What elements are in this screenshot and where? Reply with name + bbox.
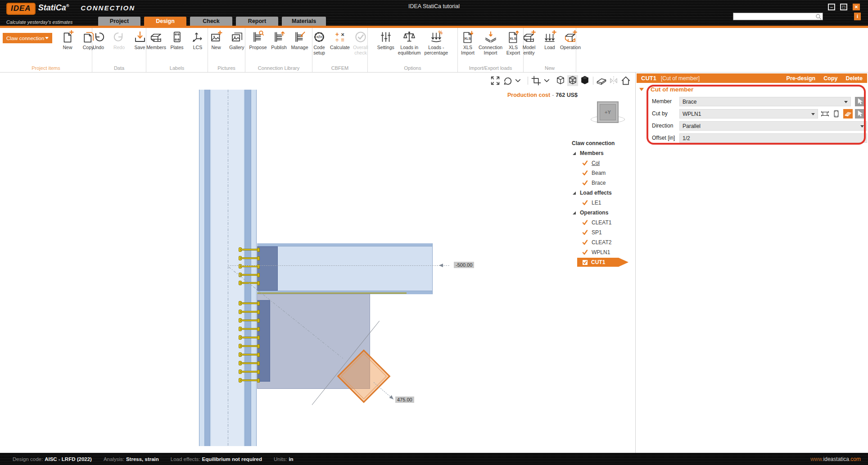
bolt[interactable] xyxy=(239,326,261,332)
plate-active-button[interactable] xyxy=(843,109,853,119)
dropdown-caret-icon[interactable] xyxy=(811,113,815,115)
tab-design[interactable]: Design xyxy=(144,17,186,26)
member-section-button[interactable] xyxy=(820,109,830,119)
search-box[interactable] xyxy=(733,13,823,20)
bolt[interactable] xyxy=(239,369,261,375)
bolt[interactable] xyxy=(239,317,261,324)
maximize-button[interactable]: □ xyxy=(840,4,847,10)
check-icon[interactable] xyxy=(582,240,588,245)
bolt[interactable] xyxy=(239,377,261,383)
tab-check[interactable]: Check xyxy=(190,17,232,26)
clip-plane-icon[interactable] xyxy=(596,75,607,86)
select-in-scene-button[interactable] xyxy=(855,97,864,106)
ribbon-item-loads-percentage[interactable]: %Loads - percentage xyxy=(423,30,450,55)
info-button[interactable]: i xyxy=(854,13,861,20)
bolt[interactable] xyxy=(239,360,261,366)
website-link[interactable]: www.ideastatica.com xyxy=(810,453,861,465)
tree-item-brace[interactable]: Brace xyxy=(570,178,635,188)
beam-member[interactable] xyxy=(257,243,433,294)
check-icon[interactable] xyxy=(582,230,588,235)
ribbon-item-loads-in-equilibrium[interactable]: Loads in equilibrium xyxy=(397,30,422,55)
ribbon-item-model-entity[interactable]: Model entity xyxy=(519,30,539,55)
direction-dropdown[interactable]: Parallel xyxy=(679,121,867,131)
bolt[interactable] xyxy=(239,272,261,278)
ribbon-item-lcs[interactable]: LCS xyxy=(188,30,208,50)
bolt[interactable] xyxy=(239,280,261,286)
rotate-icon[interactable] xyxy=(502,75,513,86)
tree-selected-banner[interactable]: CUT1 xyxy=(577,258,628,267)
ribbon-item-members[interactable]: Members xyxy=(146,30,166,50)
tree-item-cut1[interactable]: CUT1 xyxy=(570,257,635,267)
expand-icon[interactable] xyxy=(490,75,501,86)
tree-root[interactable]: Claw connection xyxy=(570,138,635,148)
chevron-icon[interactable] xyxy=(543,75,554,86)
ribbon-item-connection-import[interactable]: Connection Import xyxy=(479,30,502,55)
tree-group-members[interactable]: Members xyxy=(570,148,635,158)
ribbon-item-undo[interactable]: Undo xyxy=(89,30,108,50)
offset-in--input[interactable]: 1/2 xyxy=(679,133,867,143)
close-button[interactable]: ✕ xyxy=(853,4,860,10)
bolt[interactable] xyxy=(239,351,261,358)
ribbon-item-xls-import[interactable]: XLSXLS Import xyxy=(458,30,478,55)
bolt[interactable] xyxy=(239,300,261,306)
dropdown-caret-icon[interactable] xyxy=(844,101,848,103)
cube-wire-icon[interactable] xyxy=(555,75,566,86)
bolt[interactable] xyxy=(239,309,261,315)
copy-operation-button[interactable]: Copy xyxy=(823,75,837,82)
expander-triangle-icon[interactable] xyxy=(573,211,576,214)
tab-materials[interactable]: Materials xyxy=(282,17,326,26)
cube-transparent-icon[interactable] xyxy=(567,75,578,86)
search-input[interactable] xyxy=(733,14,815,19)
tab-project[interactable]: Project xyxy=(98,17,140,26)
tree-item-sp1[interactable]: SP1 xyxy=(570,228,635,237)
ribbon-item-operation[interactable]: Operation xyxy=(561,30,580,50)
crop-icon[interactable] xyxy=(531,75,542,86)
bolt[interactable] xyxy=(239,343,261,349)
check-icon[interactable] xyxy=(582,170,588,176)
tree-item-le1[interactable]: LE1 xyxy=(570,198,635,208)
tree-item-beam[interactable]: Beam xyxy=(570,168,635,178)
minimize-button[interactable]: – xyxy=(828,4,835,10)
ribbon-item-new[interactable]: New xyxy=(206,30,226,50)
bolt[interactable] xyxy=(239,246,261,253)
ribbon-item-load[interactable]: Load xyxy=(540,30,560,50)
ribbon-item-publish[interactable]: Publish xyxy=(269,30,289,50)
expander-triangle-icon[interactable] xyxy=(573,152,576,155)
tree-item-col[interactable]: Col xyxy=(570,158,635,168)
bolt[interactable] xyxy=(239,334,261,341)
check-icon[interactable] xyxy=(582,160,588,166)
bolt[interactable] xyxy=(239,255,261,261)
ribbon-item-settings[interactable]: Settings xyxy=(376,30,396,50)
delete-operation-button[interactable]: Delete xyxy=(845,75,863,82)
ribbon-item-propose[interactable]: Propose xyxy=(248,30,268,50)
ribbon-item-calculate[interactable]: +×÷=Calculate xyxy=(330,30,350,50)
check-icon[interactable] xyxy=(582,200,588,205)
tab-report[interactable]: Report xyxy=(236,17,278,26)
model-viewport[interactable]: Production cost-762 US$ +Y -500.0 xyxy=(0,73,635,453)
check-icon[interactable] xyxy=(582,180,588,186)
mirror-icon[interactable] xyxy=(608,75,619,86)
expander-triangle-icon[interactable] xyxy=(573,191,576,195)
tree-item-wpln1[interactable]: WPLN1 xyxy=(570,247,635,257)
section-header[interactable]: Cut of member xyxy=(639,86,693,93)
check-icon[interactable] xyxy=(582,250,588,255)
ribbon-item-new[interactable]: New xyxy=(58,30,77,50)
member-dropdown[interactable]: Brace xyxy=(679,97,851,106)
tree-group-load-effects[interactable]: Load effects xyxy=(570,188,635,198)
dropdown-caret-icon[interactable] xyxy=(860,125,864,128)
cut-by-dropdown[interactable]: WPLN1 xyxy=(679,109,818,119)
tree-item-cleat1[interactable]: CLEAT1 xyxy=(570,218,635,228)
checkbox-checked-icon[interactable] xyxy=(583,260,588,265)
ribbon-item-code-setup[interactable]: </>Code setup xyxy=(309,30,329,55)
predesign-button[interactable]: Pre-design xyxy=(787,75,816,82)
plate-outline-button[interactable] xyxy=(832,109,841,119)
bolt[interactable] xyxy=(239,263,261,269)
check-icon[interactable] xyxy=(582,220,588,225)
connection-selector-button[interactable]: Claw connection xyxy=(3,33,52,43)
ribbon-item-gallery[interactable]: Gallery xyxy=(227,30,247,50)
ribbon-item-plates[interactable]: Plates xyxy=(167,30,187,50)
chevron-icon[interactable] xyxy=(514,75,525,86)
ribbon-item-manage[interactable]: Manage xyxy=(290,30,310,50)
nav-cube[interactable]: +Y xyxy=(597,101,619,123)
home-icon[interactable] xyxy=(620,75,631,86)
